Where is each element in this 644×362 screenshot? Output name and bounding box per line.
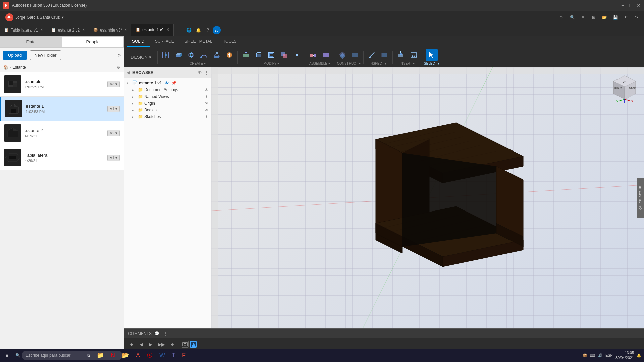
view-cube[interactable]: BACK RIGHT TOP X Y	[610, 74, 637, 101]
fillet-button[interactable]	[253, 49, 265, 61]
tab-close-icon[interactable]: ✕	[82, 28, 85, 32]
user-menu[interactable]: JG Jorge Garcia Santa Cruz ▾	[3, 12, 66, 23]
design-mode-dropdown[interactable]: DESIGN ▾	[127, 53, 155, 61]
search-button[interactable]: 🔍	[13, 350, 83, 361]
breadcrumb-home[interactable]: 🏠	[3, 65, 8, 70]
file-version[interactable]: V2 ▾	[107, 130, 120, 136]
rigid-group-button[interactable]	[320, 49, 332, 61]
offset-plane-button[interactable]	[336, 49, 348, 61]
sweep-button[interactable]	[198, 49, 210, 61]
taskbar-netflix[interactable]: N	[108, 350, 118, 361]
tab-data[interactable]: Data	[0, 36, 62, 47]
taskbar-fusion[interactable]: F	[179, 350, 189, 361]
extrude-button[interactable]	[172, 49, 184, 61]
maximize-button[interactable]: □	[628, 3, 633, 8]
insert-mesh-button[interactable]	[395, 49, 407, 61]
start-button[interactable]: ⊞	[3, 350, 11, 361]
timeline-first-button[interactable]: ⏮	[128, 340, 136, 348]
open-button[interactable]: 📂	[600, 13, 609, 22]
timeline-last-button[interactable]: ⏭	[169, 340, 176, 348]
tab-close-icon[interactable]: ✕	[166, 27, 169, 32]
browser-eye-icon[interactable]: 👁	[198, 70, 202, 75]
tab-sheet-metal[interactable]: SHEET METAL	[179, 36, 218, 47]
online-button[interactable]: 🌐	[184, 25, 194, 35]
timeline-prev-button[interactable]: ◀	[138, 340, 145, 348]
eye-icon[interactable]: 👁	[165, 81, 169, 85]
eye-icon[interactable]: 👁	[205, 95, 208, 99]
notifications-button[interactable]: 🔔	[194, 25, 203, 35]
search-button[interactable]: 🔍	[568, 13, 577, 22]
task-view-button[interactable]: ⧉	[84, 350, 93, 361]
browser-options-icon[interactable]: ⋮	[204, 70, 208, 75]
tab-close-icon[interactable]: ✕	[40, 28, 43, 32]
list-item[interactable]: estante 2 4/19/21 V2 ▾	[0, 121, 124, 145]
file-version[interactable]: V1 ▾	[107, 155, 120, 161]
select-button[interactable]	[426, 49, 438, 61]
taskbar-file-explorer[interactable]: 📁	[94, 350, 107, 361]
eye-icon[interactable]: 👁	[205, 101, 208, 105]
comments-toggle[interactable]: ⋮	[163, 331, 167, 336]
tab-surface[interactable]: SURFACE	[150, 36, 179, 47]
joint-button[interactable]	[307, 49, 319, 61]
browser-root-item[interactable]: ▸ 📄 estante 1 v1 👁 📌	[124, 79, 211, 86]
revolve-button[interactable]	[185, 49, 197, 61]
tab-estante2[interactable]: 📋 estante 2 v2 ✕	[47, 24, 89, 36]
move-button[interactable]	[291, 49, 303, 61]
create-sketch-button[interactable]	[160, 49, 172, 61]
tab-tabla-lateral[interactable]: 📋 Tabla lateral v1 ✕	[0, 24, 47, 36]
tab-close-icon[interactable]: ✕	[124, 28, 127, 32]
timeline-selected-icon[interactable]	[190, 341, 197, 348]
eye-icon[interactable]: 👁	[205, 115, 208, 119]
eye-icon[interactable]: 👁	[205, 88, 208, 92]
insert-svg-button[interactable]: SVG	[408, 49, 420, 61]
taskbar-teams[interactable]: T	[169, 350, 178, 361]
list-item[interactable]: Tabla lateral 4/29/21 V1 ▾	[0, 145, 124, 170]
taskbar-chrome[interactable]: 📂	[119, 350, 132, 361]
viewport[interactable]: BACK RIGHT TOP X Y QUICK SETUP	[211, 67, 644, 328]
browser-item-document-settings[interactable]: ▸ 📁 Document Settings 👁	[124, 86, 211, 93]
list-item[interactable]: estante 1 1:02:53 PM V1 ▾	[0, 97, 124, 121]
refresh-button[interactable]: ⟳	[557, 13, 566, 22]
taskbar-autocad[interactable]: A	[133, 350, 143, 361]
upload-button[interactable]: Upload	[3, 51, 27, 60]
redo-button[interactable]: ↷	[632, 13, 641, 22]
midplane-button[interactable]	[349, 49, 361, 61]
minimize-button[interactable]: −	[620, 3, 625, 8]
measure-button[interactable]	[366, 49, 378, 61]
browser-item-named-views[interactable]: ▸ 📁 Named Views 👁	[124, 93, 211, 100]
timeline-camera-icon[interactable]	[182, 341, 189, 348]
browser-item-bodies[interactable]: ▸ 📁 Bodies 👁	[124, 107, 211, 113]
close-button[interactable]: ✕	[636, 3, 641, 8]
timeline-next-button[interactable]: ▶▶	[156, 340, 166, 348]
file-version[interactable]: V3 ▾	[107, 81, 120, 87]
file-version[interactable]: V1 ▾	[107, 106, 120, 112]
notification-icon[interactable]: 🔔	[637, 353, 641, 358]
combine-button[interactable]	[278, 49, 290, 61]
help-button[interactable]: ?	[203, 25, 213, 35]
tab-tools[interactable]: TOOLS	[218, 36, 242, 47]
shell-button[interactable]	[265, 49, 277, 61]
breadcrumb-settings-icon[interactable]: ⚙	[117, 65, 120, 70]
grid-view-button[interactable]: ⊞	[589, 13, 598, 22]
close-doc-button[interactable]: ✕	[578, 13, 588, 22]
eye-icon[interactable]: 👁	[205, 108, 208, 112]
loft-button[interactable]	[211, 49, 223, 61]
new-folder-button[interactable]: New Folder	[30, 50, 61, 60]
timeline-play-button[interactable]: ▶	[147, 340, 154, 348]
tab-esamble[interactable]: 📦 esamble v3* ✕	[89, 24, 131, 36]
taskbar-word[interactable]: W	[157, 350, 168, 361]
tab-estante1[interactable]: 📋 estante 1 v1 ✕	[131, 24, 173, 36]
browser-toggle[interactable]: ◀	[127, 70, 130, 75]
tab-solid[interactable]: SOLID	[127, 36, 150, 47]
quick-setup-panel[interactable]: QUICK SETUP	[637, 178, 644, 218]
section-button[interactable]	[378, 49, 390, 61]
taskbar-app1[interactable]: ⦿	[144, 350, 155, 361]
search-input[interactable]	[22, 351, 122, 360]
list-item[interactable]: esamble 1:02:39 PM V3 ▾	[0, 72, 124, 97]
undo-button[interactable]: ↶	[621, 13, 631, 22]
browser-item-sketches[interactable]: ▸ 📁 Sketches 👁	[124, 113, 211, 120]
save-button[interactable]: 💾	[610, 13, 620, 22]
browser-item-origin[interactable]: ▸ 📁 Origin 👁	[124, 100, 211, 107]
create-more-button[interactable]	[223, 49, 235, 61]
press-pull-button[interactable]	[240, 49, 252, 61]
